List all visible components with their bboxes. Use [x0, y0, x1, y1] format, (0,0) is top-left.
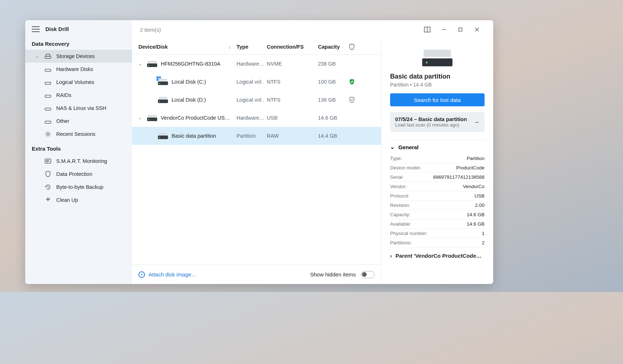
- table-row[interactable]: Basic data partition Partition RAW 14.4 …: [132, 127, 381, 145]
- table-header: Device/Disk↓ Type Connection/FS Capacity: [132, 39, 381, 55]
- table-row[interactable]: Local Disk (D:) Logical vol… NTFS 136 GB: [132, 91, 381, 109]
- sidebar-item-label: Byte-to-byte Backup: [56, 184, 103, 190]
- chevron-right-icon: ›: [390, 253, 392, 259]
- sidebar-item-label: Recent Sessions: [56, 131, 96, 137]
- details-panel: Basic data partition Partition • 14.4 GB…: [381, 39, 493, 284]
- svg-point-9: [49, 198, 50, 199]
- col-connection[interactable]: Connection/FS: [264, 44, 315, 50]
- svg-rect-2: [45, 69, 51, 71]
- chevron-down-icon: ⌄: [390, 144, 395, 150]
- disk-icon: [158, 79, 168, 85]
- svg-point-7: [47, 133, 49, 135]
- drive-illustration: [422, 48, 452, 66]
- sidebar-item-hardware-disks[interactable]: Hardware Disks: [25, 63, 132, 76]
- chevron-down-icon[interactable]: ⌄: [138, 115, 143, 120]
- device-name: VendorCo ProductCode US…: [161, 115, 231, 121]
- col-capacity[interactable]: Capacity: [315, 44, 346, 50]
- monitor-icon: [45, 158, 51, 164]
- svg-rect-3: [45, 82, 51, 84]
- svg-rect-0: [45, 56, 51, 58]
- show-hidden-toggle[interactable]: [361, 271, 375, 278]
- drive-icon: [45, 105, 51, 111]
- shield-outline-icon: [346, 97, 358, 103]
- gear-icon: [45, 131, 51, 137]
- sidebar-item-other[interactable]: Other: [25, 115, 132, 128]
- svg-rect-1: [46, 54, 50, 56]
- general-row: Physical number:1: [390, 229, 485, 238]
- sidebar-item-label: Other: [56, 118, 69, 124]
- sidebar-item-logical-volumes[interactable]: Logical Volumes: [25, 76, 132, 89]
- minimize-button[interactable]: [436, 24, 452, 35]
- arrow-right-icon: →: [474, 119, 480, 125]
- sidebar-item-label: Data Protection: [56, 171, 92, 177]
- chevron-down-icon[interactable]: ⌄: [138, 61, 143, 66]
- sidebar-item-data-protection[interactable]: Data Protection: [25, 168, 132, 181]
- drive-icon: [45, 92, 51, 98]
- general-row: Available:14.6 GB: [390, 219, 485, 229]
- maximize-button[interactable]: [452, 24, 469, 35]
- device-table: Device/Disk↓ Type Connection/FS Capacity…: [132, 39, 381, 284]
- general-row: Vendor:VendorCo: [390, 182, 485, 191]
- general-row: Protocol:USB: [390, 191, 485, 201]
- device-name: Local Disk (D:): [172, 97, 231, 103]
- sort-arrow-icon: ↓: [229, 44, 231, 49]
- details-title: Basic data partition: [381, 73, 493, 80]
- chevron-down-icon: ⌄: [35, 54, 40, 59]
- attach-disk-image[interactable]: + Attach disk image…: [138, 271, 196, 278]
- last-session-card[interactable]: 07/5/24 – Basic data partition Load last…: [390, 112, 485, 132]
- device-name: Local Disk (C:): [172, 79, 231, 85]
- hamburger-icon[interactable]: [32, 26, 40, 32]
- svg-rect-4: [45, 95, 51, 97]
- app-window: Disk Drill Data Recovery ⌄ Storage Devic…: [25, 20, 493, 284]
- search-lost-data-button[interactable]: Search for lost data: [390, 93, 485, 106]
- plus-circle-icon: +: [138, 271, 145, 278]
- device-name: HFM256GDHTNG-8310A: [161, 61, 231, 67]
- topbar: 2 item(s): [132, 20, 493, 39]
- sidebar-item-storage-devices[interactable]: ⌄ Storage Devices: [25, 50, 132, 63]
- disk-icon: [147, 61, 157, 67]
- history-icon: [45, 184, 51, 190]
- close-button[interactable]: [469, 24, 485, 35]
- drive-icon: [45, 79, 51, 85]
- general-row: Partitions:2: [390, 238, 485, 248]
- svg-rect-11: [459, 28, 462, 31]
- sidebar-header: Disk Drill: [25, 20, 132, 38]
- session-subtitle: Load last scan (0 minutes ago): [395, 122, 470, 128]
- sidebar-item-label: Clean Up: [56, 197, 78, 203]
- table-row[interactable]: Local Disk (C:) Logical vol… NTFS 100 GB: [132, 73, 381, 91]
- general-row: Device model:ProductCode: [390, 163, 485, 173]
- sidebar-item-label: S.M.A.R.T. Monitoring: [56, 158, 107, 164]
- sidebar-item-label: Logical Volumes: [56, 79, 94, 85]
- sidebar-item-clean-up[interactable]: Clean Up: [25, 194, 132, 207]
- disk-icon: [158, 133, 168, 139]
- shield-icon: [45, 171, 51, 177]
- sidebar-item-raids[interactable]: RAIDs: [25, 89, 132, 102]
- sidebar-item-label: Storage Devices: [56, 53, 94, 59]
- table-row[interactable]: ⌄ VendorCo ProductCode US… Hardware… USB…: [132, 109, 381, 127]
- center-footer: + Attach disk image… Show hidden items: [132, 265, 381, 284]
- sparkle-icon: [45, 197, 51, 203]
- drive-icon: [45, 118, 51, 124]
- section-data-recovery: Data Recovery: [25, 38, 132, 50]
- general-row: Type:Partition: [390, 154, 485, 163]
- sidebar-item-nas-linux[interactable]: NAS & Linux via SSH: [25, 102, 132, 115]
- shield-ok-icon: [346, 79, 358, 85]
- col-protection[interactable]: [346, 44, 358, 50]
- sidebar-item-recent-sessions[interactable]: Recent Sessions: [25, 128, 132, 141]
- sidebar-item-smart[interactable]: S.M.A.R.T. Monitoring: [25, 155, 132, 168]
- disk-icon: [147, 115, 157, 121]
- table-row[interactable]: ⌄ HFM256GDHTNG-8310A Hardware… NVME 238 …: [132, 55, 381, 73]
- col-type[interactable]: Type: [234, 44, 264, 50]
- sidebar-item-label: NAS & Linux via SSH: [56, 105, 106, 111]
- sidebar-item-label: RAIDs: [56, 92, 71, 98]
- drive-icon: [45, 66, 51, 72]
- general-row: Revision:2.00: [390, 201, 485, 210]
- general-section-header[interactable]: ⌄ General: [390, 140, 485, 154]
- parent-section-header[interactable]: › Parent 'VendorCo ProductCode…: [390, 248, 485, 259]
- sidebar-item-byte-backup[interactable]: Byte-to-byte Backup: [25, 181, 132, 194]
- general-row: Capacity:14.6 GB: [390, 210, 485, 219]
- device-name: Basic data partition: [172, 133, 231, 139]
- svg-rect-6: [45, 121, 51, 123]
- bookmark-icon[interactable]: [419, 24, 436, 35]
- col-device[interactable]: Device/Disk↓: [136, 44, 234, 50]
